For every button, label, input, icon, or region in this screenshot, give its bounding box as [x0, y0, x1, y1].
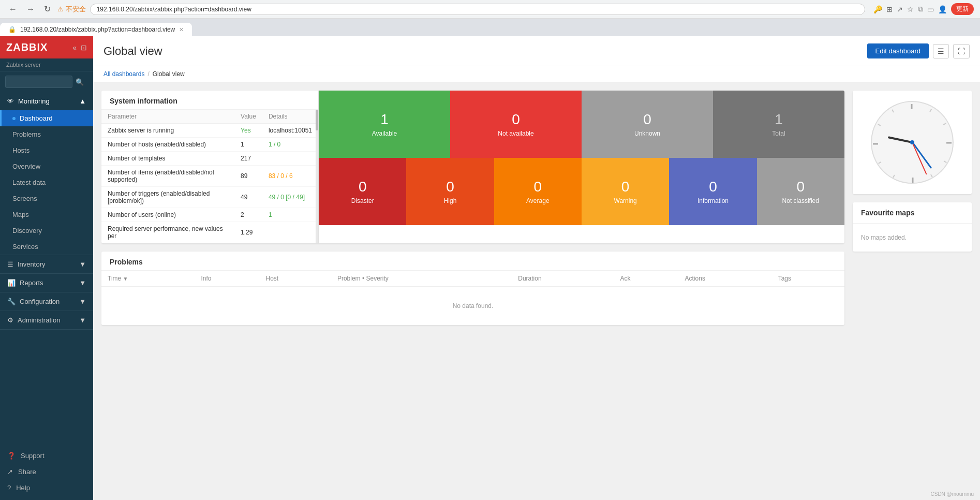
tab-title: 192.168.0.20/zabbix/zabbix.php?action=da… [20, 26, 175, 33]
search-icon[interactable]: 🔍 [76, 78, 84, 86]
severity-label: Average [526, 197, 549, 204]
sysinfo-value: Yes [234, 124, 262, 138]
problems-col-duration: Duration [512, 271, 614, 287]
severity-num: 0 [359, 179, 367, 195]
expand-icon[interactable]: ⊡ [81, 43, 87, 52]
tick-12 [911, 104, 912, 109]
sidebar-item-discovery[interactable]: Discovery [0, 223, 93, 239]
collapse-icon[interactable]: « [72, 43, 77, 52]
inventory-section: ☰ Inventory ▼ [0, 255, 93, 274]
sidebar-item-latest-data[interactable]: Latest data [0, 174, 93, 190]
sidebar-item-overview[interactable]: Overview [0, 158, 93, 174]
scrollbar-thumb [316, 110, 318, 130]
administration-header[interactable]: ⚙ Administration ▼ [0, 311, 93, 329]
hosts-label: Hosts [12, 146, 29, 154]
sidebar-item-support[interactable]: ❓ Support [0, 448, 93, 464]
extensions-icon[interactable]: ⧉ [918, 5, 923, 13]
chevron-right-icon4: ▼ [79, 316, 86, 324]
menu-button[interactable]: ☰ [933, 44, 949, 58]
sidebar-item-share[interactable]: ↗ Share [0, 464, 93, 480]
sysinfo-row: Number of triggers (enabled/disabled [pr… [101, 187, 318, 208]
clock-panel [853, 91, 972, 194]
edit-dashboard-button[interactable]: Edit dashboard [867, 43, 929, 58]
help-label: Help [16, 484, 30, 492]
sysinfo-row: Number of users (online)21 [101, 208, 318, 222]
sidebar-toggle-icon[interactable]: ▭ [927, 5, 934, 13]
problems-col-time[interactable]: Time ▼ [101, 271, 195, 287]
sysinfo-param: Number of items (enabled/disabled/not su… [101, 166, 234, 187]
zabbix-logo: ZABBIX [6, 41, 48, 53]
sidebar-item-dashboard[interactable]: Dashboard [0, 110, 93, 126]
sysinfo-param: Number of templates [101, 152, 234, 166]
address-bar[interactable]: 192.168.0.20/zabbix/zabbix.php?action=da… [90, 4, 865, 15]
forward-button[interactable]: → [24, 4, 37, 15]
sysinfo-row: Required server performance, new values … [101, 222, 318, 243]
breadcrumb-parent[interactable]: All dashboards [103, 70, 144, 78]
update-button[interactable]: 更新 [951, 3, 974, 15]
main-content: Global view Edit dashboard ☰ ⛶ All dashb… [93, 36, 980, 500]
left-panel: System information Parameter Value Detai… [101, 91, 844, 325]
status-box-total[interactable]: 1Total [713, 91, 844, 158]
eye-icon: 👁 [7, 97, 14, 105]
sysinfo-row: Number of hosts (enabled/disabled)11 / 0 [101, 138, 318, 152]
dashboard-body: System information Parameter Value Detai… [93, 82, 980, 333]
severity-box-not-classified[interactable]: 0Not classified [757, 158, 844, 225]
severity-box-disaster[interactable]: 0Disaster [319, 158, 406, 225]
sysinfo-details [262, 152, 318, 166]
hour-hand [888, 136, 913, 143]
monitoring-header[interactable]: 👁 Monitoring ▲ [0, 92, 93, 110]
reload-button[interactable]: ↻ [41, 3, 53, 15]
problems-col-host: Host [260, 271, 331, 287]
tab-close[interactable]: ✕ [179, 26, 184, 33]
status-label: Unknown [634, 130, 660, 137]
tick-4 [944, 160, 947, 163]
sidebar-item-help[interactable]: ? Help [0, 480, 93, 496]
severity-box-average[interactable]: 0Average [494, 158, 582, 225]
sidebar: ZABBIX « ⊡ Zabbix server 🔍 👁 Monitoring … [0, 36, 93, 500]
sidebar-item-screens[interactable]: Screens [0, 190, 93, 207]
fullscreen-button[interactable]: ⛶ [953, 44, 970, 58]
problems-col-problem-severity: Problem • Severity [331, 271, 512, 287]
sidebar-item-problems[interactable]: Problems [0, 126, 93, 142]
translate-icon[interactable]: ⊞ [886, 5, 893, 13]
profile-icon[interactable]: 👤 [938, 5, 947, 13]
problems-col-actions: Actions [679, 271, 772, 287]
sysinfo-value: 89 [234, 166, 262, 187]
favourite-maps-panel: Favourite maps No maps added. [853, 202, 972, 252]
chevron-right-icon2: ▼ [79, 279, 86, 287]
status-num: 0 [512, 111, 520, 128]
sysinfo-value: 49 [234, 187, 262, 208]
bookmark-icon[interactable]: ☆ [907, 5, 914, 13]
active-tab[interactable]: 🔒 192.168.0.20/zabbix/zabbix.php?action=… [0, 23, 192, 36]
sidebar-item-maps[interactable]: Maps [0, 207, 93, 223]
reports-header[interactable]: 📊 Reports ▼ [0, 274, 93, 292]
tab-favicon: 🔒 [8, 26, 16, 33]
breadcrumb-current: Global view [153, 70, 185, 78]
header-actions: Edit dashboard ☰ ⛶ [867, 43, 970, 58]
problems-panel: Problems Time ▼InfoHostProblem • Severit… [101, 252, 844, 325]
configuration-header[interactable]: 🔧 Configuration ▼ [0, 292, 93, 311]
administration-label: Administration [18, 316, 60, 324]
app-layout: ZABBIX « ⊡ Zabbix server 🔍 👁 Monitoring … [0, 36, 980, 500]
inventory-header[interactable]: ☰ Inventory ▼ [0, 255, 93, 273]
support-icon: ❓ [7, 452, 16, 460]
sidebar-item-hosts[interactable]: Hosts [0, 142, 93, 158]
problems-label: Problems [12, 130, 41, 138]
status-box-not-available[interactable]: 0Not available [450, 91, 582, 158]
back-button[interactable]: ← [6, 4, 20, 15]
tick-8 [878, 161, 881, 164]
sidebar-header-icons: « ⊡ [72, 43, 87, 52]
sysinfo-details: localhost:10051 [262, 124, 318, 138]
severity-box-warning[interactable]: 0Warning [582, 158, 669, 225]
severity-num: 0 [534, 179, 542, 195]
sysinfo-table: Parameter Value Details Zabbix server is… [101, 110, 318, 243]
status-box-unknown[interactable]: 0Unknown [582, 91, 713, 158]
sidebar-item-services[interactable]: Services [0, 239, 93, 255]
password-icon[interactable]: 🔑 [873, 5, 882, 13]
scrollbar[interactable] [316, 110, 318, 243]
search-input[interactable] [5, 76, 72, 88]
severity-box-high[interactable]: 0High [406, 158, 494, 225]
severity-box-information[interactable]: 0Information [669, 158, 756, 225]
share-browser-icon[interactable]: ↗ [897, 5, 903, 13]
status-box-available[interactable]: 1Available [319, 91, 450, 158]
